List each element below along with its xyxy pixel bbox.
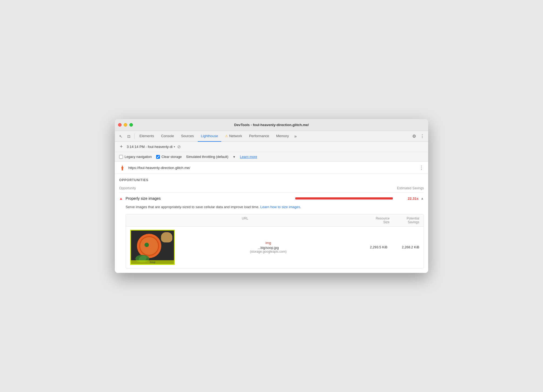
minimize-button[interactable] xyxy=(124,123,127,127)
no-entry-icon[interactable]: ⊘ xyxy=(177,144,181,149)
detail-table-row: Soup img ...big/soop.jpg (storage.google… xyxy=(126,227,424,268)
titlebar: DevTools - foul-heavenly-direction.glitc… xyxy=(115,119,428,131)
svg-marker-2 xyxy=(121,167,123,170)
url-bar: https://foul-heavenly-direction.glitch.m… xyxy=(115,162,428,174)
tab-console[interactable]: Console xyxy=(158,131,177,142)
url-more-vert-icon: ⋮ xyxy=(419,165,424,171)
options-row: Legacy navigation Clear storage Simulate… xyxy=(115,152,428,162)
svg-rect-1 xyxy=(122,167,123,167)
toolbar-row: + 3:14:14 PM - foul-heavenly-di ▾ ⊘ xyxy=(115,142,428,152)
opportunity-title: Properly size images xyxy=(126,196,291,201)
clear-storage-checkbox[interactable] xyxy=(156,155,160,159)
detail-url-source: (storage.googleapis.com) xyxy=(250,250,286,254)
opportunity-header[interactable]: ▲ Properly size images 22.31s ▲ xyxy=(119,192,424,204)
tab-divider xyxy=(134,134,135,139)
opportunity-savings-bar-container xyxy=(295,197,398,200)
throttling-selector[interactable]: Simulated throttling (default) xyxy=(186,155,228,159)
opportunity-description: Serve images that are appropriately-size… xyxy=(126,204,424,210)
layers-icon-button[interactable]: ⊡ xyxy=(125,133,133,140)
url-display: https://foul-heavenly-direction.glitch.m… xyxy=(128,166,416,170)
throttling-label: Simulated throttling (default) xyxy=(186,155,228,159)
cursor-icon: ↖ xyxy=(119,134,122,138)
cursor-icon-button[interactable]: ↖ xyxy=(117,133,125,140)
opportunity-savings-bar xyxy=(295,197,393,200)
detail-table-header: URL ResourceSize PotentialSavings xyxy=(126,214,424,227)
tab-network[interactable]: ⚠ Network xyxy=(222,131,245,142)
img-tag-label: img xyxy=(266,241,271,245)
tab-sources[interactable]: Sources xyxy=(178,131,197,142)
detail-url-short: ...big/soop.jpg xyxy=(258,246,279,250)
detail-col-potential-savings: PotentialSavings xyxy=(390,217,419,224)
svg-rect-3 xyxy=(122,170,123,170)
add-session-button[interactable]: + xyxy=(118,144,125,150)
clear-storage-label: Clear storage xyxy=(162,155,182,159)
session-chevron-icon: ▾ xyxy=(174,145,175,148)
opportunities-heading: OPPORTUNITIES xyxy=(119,178,424,182)
session-label: 3:14:14 PM - foul-heavenly-di xyxy=(127,145,173,149)
tab-performance[interactable]: Performance xyxy=(246,131,272,142)
tab-memory[interactable]: Memory xyxy=(273,131,292,142)
detail-image-cell: Soup xyxy=(130,230,179,265)
detail-table: URL ResourceSize PotentialSavings xyxy=(126,214,424,268)
detail-col-resource-size: ResourceSize xyxy=(360,217,390,224)
opportunity-savings-value: 22.31s xyxy=(402,197,418,201)
devtools-window: DevTools - foul-heavenly-direction.glitc… xyxy=(115,119,428,273)
col-opportunity: Opportunity xyxy=(119,186,389,190)
main-content: https://foul-heavenly-direction.glitch.m… xyxy=(115,162,428,273)
detail-col-url: URL xyxy=(130,217,360,224)
opportunity-details: Serve images that are appropriately-size… xyxy=(119,204,424,273)
maximize-button[interactable] xyxy=(129,123,133,127)
opportunities-table-header: Opportunity Estimated Savings xyxy=(119,185,424,192)
detail-resource-size: 2,293.5 KiB xyxy=(358,245,387,249)
detail-url-and-tag-cell: img ...big/soop.jpg (storage.googleapis.… xyxy=(181,241,356,254)
session-selector[interactable]: 3:14:14 PM - foul-heavenly-di ▾ xyxy=(127,145,175,149)
soup-thumbnail: Soup xyxy=(130,230,175,265)
opportunities-section: OPPORTUNITIES Opportunity Estimated Savi… xyxy=(115,174,428,273)
legacy-navigation-checkbox[interactable] xyxy=(119,155,123,159)
learn-more-link[interactable]: Learn more xyxy=(240,155,257,159)
detail-potential-savings: 2,268.2 KiB xyxy=(390,245,419,249)
content-scroll[interactable]: https://foul-heavenly-direction.glitch.m… xyxy=(115,162,428,273)
close-button[interactable] xyxy=(118,123,122,127)
traffic-lights xyxy=(118,123,133,127)
clear-storage-checkbox-label[interactable]: Clear storage xyxy=(156,155,182,159)
opportunity-warning-icon: ▲ xyxy=(119,196,123,201)
tab-lighthouse[interactable]: Lighthouse xyxy=(198,131,222,142)
url-more-options-button[interactable]: ⋮ xyxy=(419,165,424,171)
window-title: DevTools - foul-heavenly-direction.glitc… xyxy=(234,123,309,127)
opportunity-expand-icon[interactable]: ▲ xyxy=(421,197,424,200)
throttle-chevron-icon: ▼ xyxy=(233,155,236,158)
more-vert-icon: ⋮ xyxy=(420,134,424,139)
network-warning-icon: ⚠ xyxy=(225,134,228,138)
legacy-navigation-checkbox-label[interactable]: Legacy navigation xyxy=(119,155,152,159)
svg-rect-4 xyxy=(122,166,123,166)
learn-how-to-size-images-link[interactable]: Learn how to size images xyxy=(260,205,300,209)
devtools-tab-bar: ↖ ⊡ Elements Console Sources Lighthouse … xyxy=(115,131,428,142)
more-options-button[interactable]: ⋮ xyxy=(418,133,426,140)
settings-icon-button[interactable]: ⚙ xyxy=(410,133,418,140)
settings-icon: ⚙ xyxy=(412,134,416,139)
tab-elements[interactable]: Elements xyxy=(136,131,157,142)
opportunity-item-properly-size-images: ▲ Properly size images 22.31s ▲ Serve im… xyxy=(119,192,424,273)
more-tabs-button[interactable]: » xyxy=(293,131,298,142)
col-estimated-savings: Estimated Savings xyxy=(389,186,424,190)
thumbnail-label: Soup xyxy=(131,260,174,264)
legacy-navigation-label: Legacy navigation xyxy=(125,155,152,159)
layers-icon: ⊡ xyxy=(127,134,130,138)
lighthouse-logo-icon xyxy=(119,164,126,171)
